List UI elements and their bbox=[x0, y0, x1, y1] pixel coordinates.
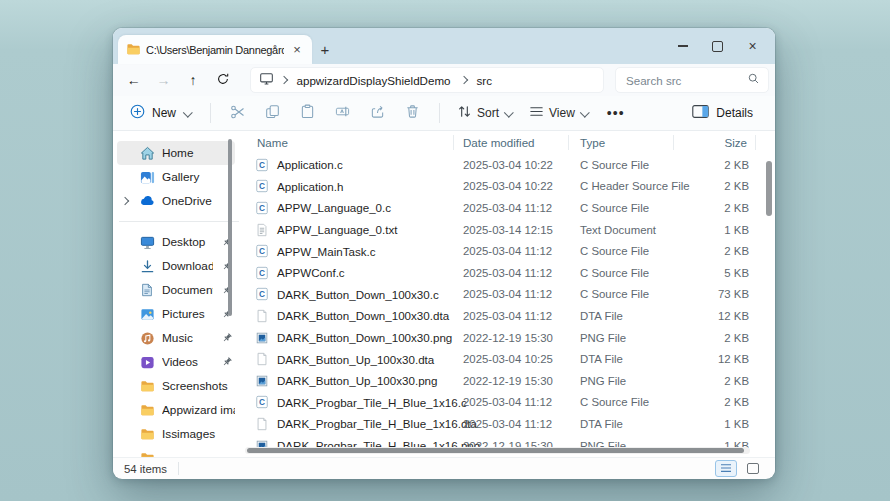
file-row[interactable]: APPW_Language_0.txt 2025-03-14 12:15 Tex… bbox=[245, 219, 775, 241]
sidebar-item-pictures[interactable]: Pictures bbox=[117, 302, 235, 326]
copy-button[interactable] bbox=[255, 99, 290, 127]
file-row[interactable]: DARK_Progbar_Tile_H_Blue_1x16.dta 2025-0… bbox=[245, 413, 775, 435]
cut-button[interactable] bbox=[220, 99, 255, 127]
search-icon[interactable] bbox=[747, 72, 760, 88]
sidebar-item-icon bbox=[139, 193, 155, 209]
file-size: 2 KB bbox=[673, 202, 755, 214]
tab-close-icon[interactable]: × bbox=[289, 42, 305, 58]
sidebar-item-icon bbox=[139, 169, 155, 185]
new-button[interactable]: New bbox=[121, 99, 201, 127]
sidebar-divider bbox=[119, 221, 239, 222]
back-button[interactable]: ← bbox=[119, 67, 149, 93]
delete-button[interactable] bbox=[395, 99, 430, 127]
file-size: 2 KB bbox=[673, 375, 755, 387]
sidebar-item-desktop[interactable]: Desktop bbox=[117, 230, 235, 254]
scissors-icon bbox=[230, 104, 246, 123]
column-header-date-modified[interactable]: Date modified bbox=[453, 136, 568, 149]
sidebar-item-issimages[interactable]: Issimages bbox=[117, 422, 235, 446]
column-header-size[interactable]: Size bbox=[673, 136, 755, 149]
file-row[interactable]: C APPW_MainTask.c 2025-03-04 11:12 C Sou… bbox=[245, 240, 775, 262]
plus-circle-icon bbox=[130, 104, 145, 122]
close-button[interactable]: × bbox=[735, 28, 770, 64]
sort-button[interactable]: Sort bbox=[449, 99, 521, 127]
file-row[interactable]: C Application.h 2025-03-04 10:22 C Heade… bbox=[245, 176, 775, 198]
folder-icon bbox=[125, 42, 141, 58]
sidebar-item-home[interactable]: Home bbox=[117, 141, 235, 165]
file-name-cell[interactable]: C APPWConf.c bbox=[245, 265, 453, 280]
file-name-cell[interactable]: DARK_Button_Up_100x30.dta bbox=[245, 352, 453, 367]
file-name-cell[interactable]: DARK_Button_Up_100x30.png bbox=[245, 373, 453, 388]
sidebar-item-icon bbox=[139, 258, 155, 274]
file-row[interactable]: C APPW_Language_0.c 2025-03-04 11:12 C S… bbox=[245, 197, 775, 219]
details-pane-button[interactable]: Details bbox=[682, 99, 763, 127]
file-row[interactable]: DARK_Button_Up_100x30.dta 2025-03-04 10:… bbox=[245, 348, 775, 370]
file-row[interactable]: DARK_Button_Down_100x30.png 2022-12-19 1… bbox=[245, 327, 775, 349]
sidebar-item-gallery[interactable]: Gallery bbox=[117, 165, 235, 189]
file-name-cell[interactable]: DARK_Button_Down_100x30.png bbox=[245, 330, 453, 345]
file-type: C Source File bbox=[568, 159, 673, 171]
sidebar-item-folder[interactable] bbox=[117, 446, 235, 457]
address-bar[interactable]: appwizardDisplayShieldDemo src bbox=[250, 67, 604, 93]
column-header-type[interactable]: Type bbox=[568, 136, 673, 149]
search-box[interactable] bbox=[615, 67, 769, 93]
file-name-cell[interactable]: C Application.c bbox=[245, 157, 453, 172]
status-divider bbox=[178, 462, 179, 475]
items-count: 54 items bbox=[124, 463, 167, 475]
refresh-button[interactable] bbox=[208, 67, 238, 93]
minimize-icon bbox=[678, 45, 688, 46]
file-row[interactable]: C DARK_Button_Down_100x30.c 2025-03-04 1… bbox=[245, 284, 775, 306]
vertical-scrollbar[interactable] bbox=[766, 161, 772, 216]
file-name-cell[interactable]: C APPW_MainTask.c bbox=[245, 244, 453, 259]
breadcrumb-folder-current[interactable]: src bbox=[474, 74, 495, 87]
file-name-cell[interactable]: DARK_Progbar_Tile_H_Blue_1x16.dta bbox=[245, 416, 453, 431]
column-separator[interactable] bbox=[673, 135, 674, 150]
maximize-icon bbox=[712, 41, 723, 52]
up-button[interactable]: ↑ bbox=[178, 67, 208, 93]
file-name-cell[interactable]: APPW_Language_0.txt bbox=[245, 222, 453, 237]
new-tab-button[interactable]: + bbox=[313, 37, 337, 61]
large-icons-view-toggle[interactable] bbox=[742, 460, 764, 477]
search-input[interactable] bbox=[624, 73, 743, 88]
file-row[interactable]: C Application.c 2025-03-04 10:22 C Sourc… bbox=[245, 154, 775, 176]
details-panel-icon bbox=[692, 105, 709, 121]
rename-button[interactable] bbox=[325, 99, 360, 127]
minimize-button[interactable] bbox=[665, 28, 700, 64]
explorer-tab[interactable]: C:\Users\Benjamin Dannegård × bbox=[118, 35, 312, 64]
sidebar-item-appwizard-imag[interactable]: Appwizard imag bbox=[117, 398, 235, 422]
sort-button-label: Sort bbox=[477, 106, 499, 120]
horizontal-scrollbar[interactable] bbox=[247, 448, 744, 453]
sidebar-item-screenshots[interactable]: Screenshots bbox=[117, 374, 235, 398]
sidebar-item-videos[interactable]: Videos bbox=[117, 350, 235, 374]
column-separator[interactable] bbox=[568, 135, 569, 150]
breadcrumb-folder[interactable]: appwizardDisplayShieldDemo bbox=[294, 74, 454, 87]
file-name-cell[interactable]: DARK_Button_Down_100x30.dta bbox=[245, 308, 453, 323]
details-view-toggle[interactable] bbox=[715, 460, 737, 477]
sidebar-item-documents[interactable]: Documents bbox=[117, 278, 235, 302]
sidebar-item-downloads[interactable]: Downloads bbox=[117, 254, 235, 278]
sidebar-item-onedrive[interactable]: OneDrive bbox=[117, 189, 235, 213]
file-row[interactable]: DARK_Button_Up_100x30.png 2022-12-19 15:… bbox=[245, 370, 775, 392]
file-row[interactable]: C APPWConf.c 2025-03-04 11:12 C Source F… bbox=[245, 262, 775, 284]
share-button[interactable] bbox=[360, 99, 395, 127]
file-name-cell[interactable]: C Application.h bbox=[245, 179, 453, 194]
maximize-button[interactable] bbox=[700, 28, 735, 64]
chevron-right-icon[interactable] bbox=[121, 197, 129, 205]
this-pc-icon[interactable] bbox=[259, 71, 274, 89]
column-separator[interactable] bbox=[755, 135, 756, 150]
file-name-cell[interactable]: C DARK_Button_Down_100x30.c bbox=[245, 287, 453, 302]
column-header-name[interactable]: Name bbox=[245, 136, 453, 149]
view-button[interactable]: View bbox=[521, 99, 597, 127]
sidebar-scrollbar[interactable] bbox=[228, 139, 232, 316]
file-name-cell[interactable]: C DARK_Progbar_Tile_H_Blue_1x16.c bbox=[245, 395, 453, 410]
sidebar-item-music[interactable]: Music bbox=[117, 326, 235, 350]
file-size: 73 KB bbox=[673, 288, 755, 300]
forward-button[interactable]: → bbox=[149, 67, 179, 93]
file-row[interactable]: DARK_Button_Down_100x30.dta 2025-03-04 1… bbox=[245, 305, 775, 327]
svg-text:C: C bbox=[259, 246, 265, 256]
file-name-cell[interactable]: C APPW_Language_0.c bbox=[245, 200, 453, 215]
column-separator[interactable] bbox=[453, 135, 454, 150]
see-more-button[interactable]: ••• bbox=[597, 105, 635, 121]
file-date-modified: 2025-03-04 11:12 bbox=[453, 267, 568, 279]
file-row[interactable]: C DARK_Progbar_Tile_H_Blue_1x16.c 2025-0… bbox=[245, 392, 775, 414]
paste-button[interactable] bbox=[290, 99, 325, 127]
